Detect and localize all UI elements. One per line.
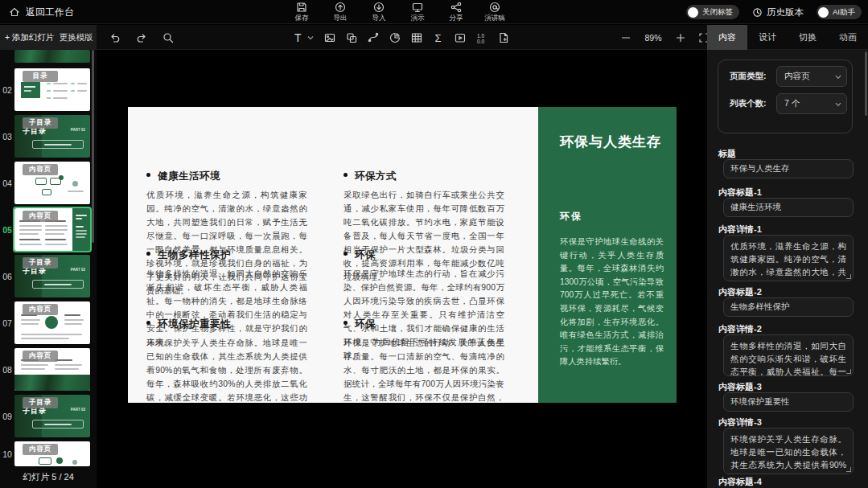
list-count-select[interactable]: 7 个 bbox=[776, 93, 847, 114]
title-input[interactable]: 环保与人类生存 bbox=[723, 159, 854, 178]
resize-handle-icon[interactable] bbox=[846, 369, 851, 374]
thumb-tag: 子目录 bbox=[23, 397, 58, 408]
import-button[interactable]: 导入 bbox=[365, 0, 393, 24]
tab-content[interactable]: 内容 bbox=[707, 25, 747, 50]
text-tool-button[interactable]: T bbox=[292, 30, 316, 46]
slide-section[interactable]: 健康生活环境 优质环境，滋养生命之源，构筑健康家园。纯净的空气，清澈的水，绿意盎… bbox=[146, 170, 307, 183]
formula-tool-button[interactable]: Σ bbox=[430, 30, 446, 46]
chart-tool-button[interactable] bbox=[387, 30, 403, 46]
speech-icon bbox=[488, 2, 501, 13]
new-page-button[interactable] bbox=[496, 30, 512, 46]
resize-handle-icon[interactable] bbox=[846, 467, 851, 472]
change-template-button[interactable]: 更换模版 bbox=[60, 32, 93, 43]
tab-design[interactable]: 设计 bbox=[747, 25, 788, 50]
add-slide-button[interactable]: + 添加幻灯片 bbox=[0, 32, 60, 43]
presentation-editor: 返回工作台 保存 导出 导入 演示 分享 bbox=[0, 0, 868, 488]
bullet-icon bbox=[343, 173, 348, 177]
image-tool-button[interactable] bbox=[322, 30, 338, 46]
sidebar-scrollbar[interactable] bbox=[92, 50, 94, 243]
shape-tool-button[interactable] bbox=[343, 30, 360, 46]
connector-tool-button[interactable] bbox=[365, 30, 381, 46]
history-version-button[interactable]: 历史版本 bbox=[752, 6, 804, 18]
toolbar-left-zone: + 添加幻灯片 更换模版 bbox=[0, 25, 97, 50]
panel-subtitle[interactable]: 环保 bbox=[560, 210, 582, 223]
thumb-number: 03 bbox=[0, 115, 14, 158]
slide-thumbnail-08[interactable]: 08 内容页 bbox=[0, 348, 97, 391]
heading-2-input[interactable]: 生物多样性保护 bbox=[723, 297, 854, 317]
thumb-tag: 内容页 bbox=[23, 444, 58, 455]
slide-section[interactable]: 生物多样性保护 生物多样性的消退，如同大自然的交响乐渐失和谐，破坏生态平衡，威胁… bbox=[146, 248, 307, 262]
section-heading[interactable]: 健康生活环境 bbox=[146, 170, 307, 183]
slide-canvas[interactable]: 健康生活环境 优质环境，滋养生命之源，构筑健康家园。纯净的空气，清澈的水，绿意盎… bbox=[97, 50, 707, 488]
close-tags-toggle[interactable]: 关闭标签 bbox=[686, 5, 739, 19]
svg-text:0.0: 0.0 bbox=[477, 38, 484, 43]
section-heading[interactable]: 环保 bbox=[343, 248, 504, 262]
section-heading[interactable]: 环保方式 bbox=[343, 170, 504, 183]
slide-counter: 幻灯片 5 / 24 bbox=[0, 466, 97, 488]
tab-animation[interactable]: 动画 bbox=[828, 25, 868, 50]
present-icon bbox=[411, 2, 424, 13]
section-body[interactable]: 环保是守护地球生态的行动，关乎人类生存质量。每一口清新的空气、每滴纯净的水、每寸… bbox=[343, 336, 504, 403]
thumb-tag: 内容页 bbox=[23, 304, 58, 315]
detail-1-textarea[interactable]: 优质环境，滋养生命之源，构筑健康家园。纯净的空气，清澈的水，绿意盎然的大地，共同… bbox=[723, 235, 854, 281]
heading-3-input[interactable]: 环境保护重要性 bbox=[723, 392, 854, 412]
thumb-number: 06 bbox=[0, 255, 14, 297]
media-tool-button[interactable] bbox=[452, 30, 468, 46]
thumb-number: 07 bbox=[0, 301, 14, 344]
slide-thumbnail-10[interactable]: 10 内容页 bbox=[0, 441, 97, 466]
export-button[interactable]: 导出 bbox=[327, 0, 354, 24]
section-heading[interactable]: 环保 bbox=[343, 318, 504, 331]
section-heading[interactable]: 生物多样性保护 bbox=[146, 248, 307, 262]
share-button[interactable]: 分享 bbox=[442, 0, 470, 24]
zoom-out-button[interactable] bbox=[618, 30, 634, 46]
slide-thumbnail-01[interactable] bbox=[0, 50, 97, 63]
thumb-number: 02 bbox=[0, 68, 14, 111]
ai-assistant-toggle[interactable]: AI助手 bbox=[817, 5, 862, 19]
redo-button[interactable] bbox=[134, 30, 150, 46]
resize-handle-icon[interactable] bbox=[846, 274, 851, 279]
detail-2-textarea[interactable]: 生物多样性的消退，如同大自然的交响乐渐失和谐，破坏生态平衡，威胁人类福祉。每一物… bbox=[723, 334, 854, 376]
slide-section[interactable]: 环保方式 采取绿色出行，如骑自行车或乘坐公共交通，减少私家车使用，每年可降低数百… bbox=[343, 170, 504, 183]
svg-text:Σ: Σ bbox=[435, 32, 442, 44]
section-body[interactable]: 环境保护关乎人类生存命脉。地球是唯一已知的生命载体，其生态系统为人类提供着90%… bbox=[146, 336, 307, 403]
back-to-workspace-button[interactable]: 返回工作台 bbox=[8, 0, 74, 24]
slide-section[interactable]: 环保 环保是守护地球生态的行动，关乎人类生存质量。每一口清新的空气、每滴纯净的水… bbox=[343, 318, 504, 331]
slide-thumbnail-06[interactable]: 06 子目录 PART 02 子目录 bbox=[0, 255, 97, 297]
undo-button[interactable] bbox=[107, 30, 123, 46]
slide-thumbnail-07[interactable]: 07 内容页 bbox=[0, 301, 97, 344]
slide-thumbnail-09[interactable]: 09 子目录 PART 03 子目录 bbox=[0, 395, 97, 437]
panel-body[interactable]: 环保是守护地球生命线的关键行动，关乎人类生存质量。每年，全球森林消失约1300万… bbox=[560, 236, 664, 369]
save-button[interactable]: 保存 bbox=[288, 0, 315, 24]
tab-transition[interactable]: 切换 bbox=[788, 25, 828, 50]
slide-thumbnail-02[interactable]: 02 目录 bbox=[0, 68, 97, 111]
numbering-tool-button[interactable]: 1.00.0 bbox=[474, 30, 490, 46]
bullet-icon bbox=[146, 321, 150, 325]
slide-section[interactable]: 环境保护重要性 环境保护关乎人类生存命脉。地球是唯一已知的生命载体，其生态系统为… bbox=[146, 318, 307, 331]
slide-title[interactable]: 环保与人类生存 bbox=[560, 131, 661, 154]
bullet-icon bbox=[343, 252, 348, 256]
slide-green-panel[interactable]: 环保与人类生存 环保 环保是守护地球生命线的关键行动，关乎人类生存质量。每年，全… bbox=[538, 107, 677, 403]
thumb-tag: 子目录 bbox=[23, 257, 58, 269]
present-button[interactable]: 演示 bbox=[404, 0, 431, 24]
slide-thumbnail-03[interactable]: 03 子目录 PART 01 子目录 bbox=[0, 115, 97, 158]
page-type-select[interactable]: 内容页 bbox=[776, 66, 847, 87]
thumb-number: 04 bbox=[0, 162, 14, 204]
thumb-number: 10 bbox=[0, 441, 14, 466]
field-label-detail-1: 内容详情-1 bbox=[718, 223, 762, 236]
list-count-label: 列表个数: bbox=[730, 98, 767, 109]
speech-script-button[interactable]: 演讲稿 bbox=[481, 0, 508, 24]
slide-editing-area[interactable]: 健康生活环境 优质环境，滋养生命之源，构筑健康家园。纯净的空气，清澈的水，绿意盎… bbox=[128, 107, 677, 403]
slide-thumbnail-05-current[interactable]: 05 内容页 bbox=[0, 208, 97, 251]
field-label-detail-2: 内容详情-2 bbox=[718, 323, 762, 335]
table-tool-button[interactable] bbox=[409, 30, 425, 46]
zoom-in-button[interactable] bbox=[673, 30, 689, 46]
search-button[interactable] bbox=[160, 30, 176, 46]
detail-3-textarea[interactable]: 环境保护关乎人类生存命脉。地球是唯一已知的生命载体，其生态系统为人类提供着90%… bbox=[723, 428, 854, 474]
toggle-knob bbox=[818, 7, 829, 18]
slide-column-1: 健康生活环境 优质环境，滋养生命之源，构筑健康家园。纯净的空气，清澈的水，绿意盎… bbox=[146, 107, 307, 403]
slide-thumbnail-04[interactable]: 04 内容页 bbox=[0, 162, 97, 204]
heading-1-input[interactable]: 健康生活环境 bbox=[723, 198, 854, 217]
section-heading[interactable]: 环境保护重要性 bbox=[146, 318, 307, 331]
slide-section[interactable]: 环保 环保是守护地球生态的行动，旨在减少污染、保护自然资源。每年，全球约有900… bbox=[343, 248, 504, 262]
inspector-scrollbar[interactable] bbox=[865, 51, 867, 116]
